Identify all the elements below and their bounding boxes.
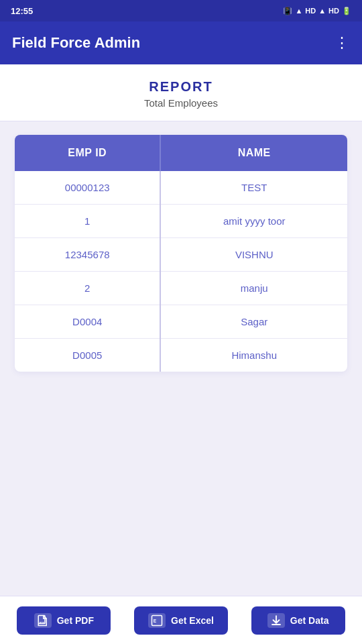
status-icons: 📳 ▲ HD ▲ HD 🔋 [283,7,351,15]
cell-emp-id: 2 [15,272,160,305]
menu-icon[interactable]: ⋮ [335,34,350,52]
cell-emp-id: 12345678 [15,238,160,272]
col-header-name: NAME [160,135,347,171]
table-container: EMP ID NAME 00000123TEST1amit yyyy toor1… [0,121,362,596]
battery-icon: 🔋 [342,7,351,15]
table-header-row: EMP ID NAME [15,135,347,171]
report-subtitle: Total Employees [0,97,362,109]
svg-text:PDF: PDF [39,622,44,625]
cell-name: manju [160,272,347,305]
wifi-icon: ▲ [318,7,326,15]
data-button-label: Get Data [290,615,329,626]
cell-name: VISHNU [160,238,347,272]
pdf-button-label: Get PDF [57,615,94,626]
table-row: 1amit yyyy toor [15,205,347,238]
excel-icon: E [148,613,166,628]
excel-button-label: Get Excel [171,615,214,626]
app-title: Field Force Admin [12,34,140,52]
cell-emp-id: 1 [15,205,160,238]
table-row: 12345678VISHNU [15,238,347,272]
cell-emp-id: D0005 [15,339,160,372]
employee-table: EMP ID NAME 00000123TEST1amit yyyy toor1… [15,135,347,372]
footer: PDF Get PDF E Get Excel Get Data [0,596,362,644]
cell-name: Sagar [160,305,347,339]
app-header: Field Force Admin ⋮ [0,21,362,64]
status-time: 12:55 [11,6,33,16]
status-bar: 12:55 📳 ▲ HD ▲ HD 🔋 [0,0,362,21]
report-header: REPORT Total Employees [0,64,362,121]
hd-icon: HD [328,7,339,15]
navigation-icon: ▲ [295,7,302,15]
table-row: 2manju [15,272,347,305]
svg-text:E: E [154,619,157,623]
table-row: 00000123TEST [15,171,347,205]
vibrate-icon: 📳 [283,7,292,15]
cell-emp-id: 00000123 [15,171,160,205]
cell-name: Himanshu [160,339,347,372]
get-excel-button[interactable]: E Get Excel [134,606,228,635]
table-row: D0005Himanshu [15,339,347,372]
table-row: D0004Sagar [15,305,347,339]
col-header-emp-id: EMP ID [15,135,160,171]
pdf-icon: PDF [34,613,52,628]
get-pdf-button[interactable]: PDF Get PDF [17,606,111,635]
report-title: REPORT [0,79,362,95]
signal-icon: HD [305,7,316,15]
cell-name: amit yyyy toor [160,205,347,238]
data-icon [267,613,285,628]
cell-name: TEST [160,171,347,205]
get-data-button[interactable]: Get Data [251,606,345,635]
cell-emp-id: D0004 [15,305,160,339]
